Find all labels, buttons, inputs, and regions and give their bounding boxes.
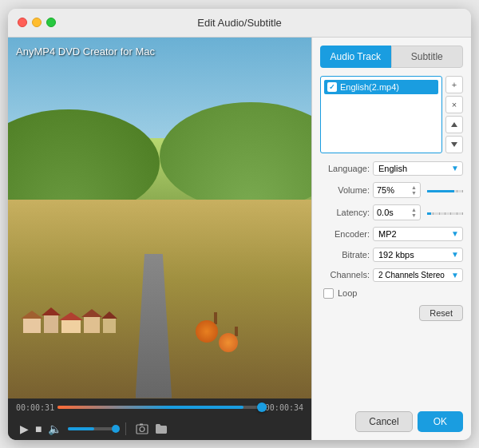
channels-select[interactable]: 2 Channels Stereo ▼ [373,268,463,282]
tree-top-2 [219,333,238,352]
loop-label: Loop [338,288,357,298]
volume-ticks [427,190,463,192]
tick [450,190,451,192]
tick [433,212,433,215]
track-checkbox-0[interactable]: ✓ [327,82,337,92]
houses-row [23,232,266,334]
bitrate-arrow-icon: ▼ [451,250,459,259]
main-content: AnyMP4 DVD Creator for Mac 00:00:31 00:0… [8,38,471,440]
volume-slider-container [427,188,463,192]
move-up-button[interactable] [445,116,463,133]
time-display: 00:00:31 00:00:34 [16,403,303,412]
track-item-0[interactable]: ✓ English(2.mp4) [324,80,438,94]
latency-up-icon[interactable]: ▲ [411,207,417,212]
video-area: AnyMP4 DVD Creator for Mac [8,38,311,398]
remove-track-button[interactable]: × [445,96,463,113]
bitrate-value: 192 kbps [378,250,414,260]
volume-spinner-arrows[interactable]: ▲ ▼ [411,184,417,196]
folder-button[interactable] [155,423,168,434]
loop-checkbox[interactable] [323,288,334,299]
tab-audio-track[interactable]: Audio Track [320,46,391,68]
channels-row: Channels: 2 Channels Stereo ▼ [320,268,463,282]
playback-bar: 00:00:31 00:00:34 [8,398,311,418]
reset-button[interactable]: Reset [419,305,463,321]
svg-point-1 [140,426,144,431]
main-window: Edit Audio/Subtitle [8,9,471,440]
language-row: Language: English ▼ [320,161,463,176]
volume-track[interactable] [68,427,116,430]
volume-slider-track[interactable] [427,190,463,192]
channels-value: 2 Channels Stereo [378,271,445,280]
tab-row: Audio Track Subtitle [320,46,463,68]
volume-up-icon[interactable]: ▲ [411,184,417,190]
channels-arrow-icon: ▼ [451,271,459,280]
maximize-button[interactable] [46,18,56,27]
bottom-buttons: Cancel OK [320,411,463,432]
tab-subtitle[interactable]: Subtitle [391,46,464,68]
volume-thumb [112,425,120,433]
add-track-button[interactable]: + [445,76,463,93]
time-end: 00:00:34 [265,403,303,412]
encoder-row: Encoder: MP2 ▼ [320,227,463,241]
language-value: English [378,164,407,173]
track-section: ✓ English(2.mp4) + × [320,76,463,153]
volume-fill [68,427,94,430]
tick [445,212,445,215]
volume-spinner[interactable]: 75% ▲ ▼ [373,182,421,198]
close-button[interactable] [18,18,27,27]
progress-thumb [257,402,267,412]
latency-slider-track[interactable] [427,212,463,215]
latency-label: Latency: [320,208,370,217]
roof-3 [59,312,83,320]
latency-row: Latency: 0.0s ▲ ▼ [320,204,463,220]
progress-fill [57,406,243,409]
house-3 [61,319,81,333]
check-mark-0: ✓ [329,83,335,91]
latency-down-icon[interactable]: ▼ [411,212,417,218]
autumn-tree-2 [227,327,247,355]
progress-track[interactable] [57,406,262,409]
track-name-0: English(2.mp4) [340,82,399,92]
tree-trunk-2 [235,327,238,336]
minimize-button[interactable] [32,18,42,27]
time-start: 00:00:31 [16,403,54,412]
tick [445,190,445,192]
screenshot-button[interactable] [136,423,148,434]
tick [457,190,457,192]
loop-row: Loop [320,288,463,299]
stop-button[interactable]: ■ [35,422,42,435]
roof-2 [42,307,61,315]
controls-bar: ▶ ■ 🔈 [8,418,311,440]
latency-value: 0.0s [377,208,394,217]
language-arrow-icon: ▼ [451,164,459,172]
svg-rect-0 [137,425,148,434]
play-button[interactable]: ▶ [20,422,29,435]
tick [439,190,440,192]
roof-1 [21,311,43,319]
language-label: Language: [320,164,370,173]
track-list: ✓ English(2.mp4) [320,76,442,153]
cancel-button[interactable]: Cancel [355,411,412,432]
language-select[interactable]: English ▼ [373,161,463,176]
video-panel: AnyMP4 DVD Creator for Mac 00:00:31 00:0… [8,38,311,440]
latency-spinner-arrows[interactable]: ▲ ▼ [411,207,417,218]
ok-button[interactable]: OK [418,411,463,432]
latency-spinner[interactable]: 0.0s ▲ ▼ [373,204,421,220]
house-2 [44,314,58,333]
volume-down-icon[interactable]: ▼ [411,190,417,196]
tick [427,212,428,215]
roof-5 [101,311,117,319]
house-5 [103,318,116,333]
latency-ticks [427,212,463,215]
bitrate-row: Bitrate: 192 kbps ▼ [320,248,463,262]
track-buttons: + × [445,76,463,153]
encoder-arrow-icon: ▼ [451,229,459,238]
tick [462,212,463,215]
encoder-select[interactable]: MP2 ▼ [373,227,463,241]
move-down-button[interactable] [445,136,463,153]
volume-value: 75% [377,185,394,195]
window-title: Edit Audio/Subtitle [197,17,282,29]
house-4 [84,315,100,333]
bitrate-select[interactable]: 192 kbps ▼ [373,248,463,262]
volume-label: Volume: [320,185,370,195]
